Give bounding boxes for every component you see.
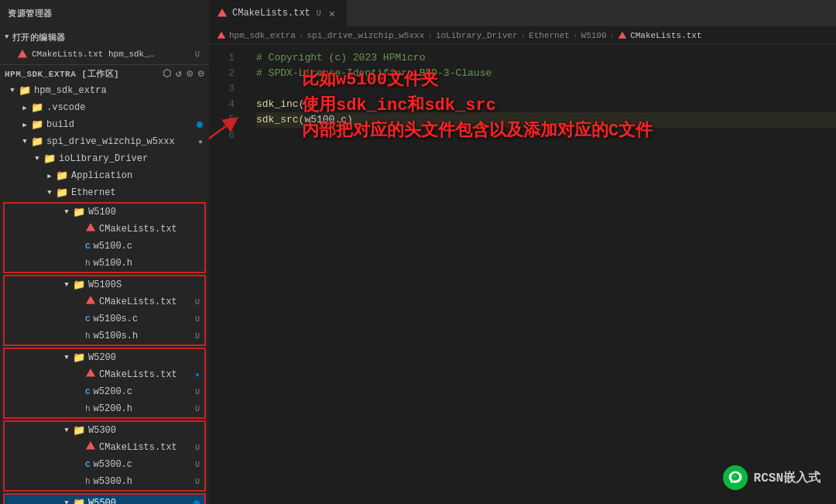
- tree-label: CMakeLists.txt: [99, 369, 177, 380]
- expand-arrow: [73, 242, 85, 250]
- tree-item-iolibrary[interactable]: ▼ 📁 ioLibrary_Driver: [0, 150, 209, 167]
- tab-bar: CMakeLists.txt U ✕: [209, 0, 836, 27]
- open-editors-header[interactable]: ▼ 打开的编辑器: [0, 29, 209, 46]
- tree-label: w5100s.h: [94, 331, 139, 341]
- breadcrumb-item: W5100: [581, 31, 607, 40]
- tree-label: spi_drive_wizchip_w5xxx: [46, 136, 175, 147]
- code-token: (w5100.c): [299, 112, 353, 128]
- tree-label: w5300.h: [94, 476, 132, 487]
- tree-item-w5300[interactable]: ▼ 📁 W5300: [5, 422, 204, 439]
- svg-marker-4: [86, 441, 95, 450]
- expand-arrow: ▼: [6, 87, 19, 94]
- wechat-icon: [723, 465, 748, 490]
- expand-arrow: ▶: [43, 172, 56, 180]
- svg-marker-2: [86, 296, 95, 304]
- status-dot: ●: [198, 138, 203, 146]
- tree-item-w5200-c[interactable]: C w5200.c U: [5, 383, 204, 400]
- tree-item-w5500[interactable]: ▼ 📁 W5500: [5, 495, 204, 504]
- tree-item-w5100-h[interactable]: h w5100.h: [5, 255, 204, 272]
- c-file-icon: C: [85, 387, 91, 396]
- tree-item-w5200-h[interactable]: h w5200.h U: [5, 400, 204, 417]
- tree-label: w5200.c: [94, 386, 132, 397]
- editor-tab-cmake[interactable]: CMakeLists.txt U ✕: [209, 0, 347, 26]
- tree-label: CMakeLists.txt: [99, 442, 177, 453]
- folder-icon: 📁: [43, 153, 56, 165]
- code-line-3: [256, 81, 836, 97]
- expand-arrow: ▶: [19, 104, 31, 112]
- folder-icon: 📁: [31, 118, 43, 131]
- folder-icon: 📁: [31, 101, 43, 114]
- breadcrumb-item: Ethernet: [529, 31, 570, 40]
- expand-arrow: ▼: [60, 499, 73, 504]
- tree-label: w5100.c: [94, 241, 132, 252]
- code-line-4: sdk_inc(.): [256, 97, 836, 112]
- badge: U: [195, 315, 200, 324]
- svg-marker-3: [86, 369, 95, 377]
- svg-marker-1: [86, 223, 95, 231]
- tree-item-vscode[interactable]: ▶ 📁 .vscode: [0, 99, 209, 116]
- svg-marker-0: [18, 50, 27, 58]
- cmake-icon: [85, 368, 96, 382]
- open-editors-arrow: ▼: [5, 33, 9, 41]
- tree-item-w5100s-h[interactable]: h w5100s.h U: [5, 327, 204, 345]
- tab-close-button[interactable]: ✕: [326, 7, 338, 19]
- svg-marker-8: [618, 31, 627, 38]
- tree-item-w5100s-cmake[interactable]: CMakeLists.txt U: [5, 293, 204, 310]
- tree-item-hpm-sdk-extra[interactable]: ▼ 📁 hpm_sdk_extra: [0, 82, 209, 99]
- expand-arrow: [73, 461, 85, 468]
- workspace-header[interactable]: HPM_SDK_EXTRA [工作区] ⬡ ↺ ⊙ ⊖: [0, 65, 209, 82]
- tree-label: W5100: [88, 207, 116, 218]
- tree-item-ethernet[interactable]: ▼ 📁 Ethernet: [0, 184, 209, 201]
- breadcrumb-sep: ›: [427, 31, 433, 40]
- open-editors-label: 打开的编辑器: [12, 32, 66, 43]
- tree-item-w5300-h[interactable]: h w5300.h U: [5, 473, 204, 490]
- tree-item-w5200[interactable]: ▼ 📁 W5200: [5, 349, 204, 366]
- code-content: # Copyright (c) 2023 HPMicro # SPDX-Lice…: [244, 44, 836, 504]
- breadcrumb-final-icon: [618, 31, 627, 40]
- tree-item-w5100[interactable]: ▼ 📁 W5100: [5, 204, 204, 221]
- expand-arrow: [73, 388, 85, 396]
- open-editor-item[interactable]: CMakeLists.txt hpm_sdk_extra > spi_drive…: [0, 46, 209, 63]
- open-editors-section: ▼ 打开的编辑器 CMakeLists.txt hpm_sdk_extra > …: [0, 27, 209, 65]
- tab-filename: CMakeLists.txt: [232, 8, 310, 19]
- tree-item-spi-drive[interactable]: ▼ 📁 spi_drive_wizchip_w5xxx ●: [0, 133, 209, 150]
- breadcrumb: hpm_sdk_extra › spi_drive_wizchip_w5xxx …: [209, 27, 836, 44]
- badge: U: [195, 332, 200, 341]
- breadcrumb-item: ioLibrary_Driver: [436, 31, 518, 40]
- new-folder-icon: ↺: [176, 67, 182, 80]
- breadcrumb-sep: ›: [521, 31, 526, 40]
- breadcrumb-cmake-icon: [217, 31, 226, 40]
- badge: U: [195, 405, 200, 413]
- workspace-header-icons: ⬡ ↺ ⊙ ⊖: [163, 67, 204, 80]
- main-layout: 资源管理器 ▼ 打开的编辑器 CMakeLists.txt hpm_sdk_ex…: [0, 0, 836, 504]
- tree-item-w5300-cmake[interactable]: CMakeLists.txt U: [5, 439, 204, 456]
- code-token: (.): [299, 97, 317, 112]
- expand-arrow: [73, 298, 85, 306]
- folder-icon: 📁: [73, 279, 85, 291]
- open-editor-filename: CMakeLists.txt hpm_sdk_extra > spi_drive…: [32, 50, 156, 59]
- tree-label: Application: [71, 170, 132, 181]
- tree-item-w5100s-c[interactable]: C w5100s.c U: [5, 310, 204, 327]
- code-editor[interactable]: 1 2 3 4 5 6 # Copyright (c) 2023 HPMicro…: [209, 44, 836, 504]
- tree-item-w5100s[interactable]: ▼ 📁 W5100S: [5, 276, 204, 293]
- expand-arrow: [73, 259, 85, 267]
- tree-label: W5500: [88, 498, 116, 504]
- c-file-icon: C: [85, 314, 91, 324]
- watermark-text: RCSN嵌入式: [754, 470, 821, 486]
- folder-icon: 📁: [19, 84, 31, 97]
- tree-item-w5300-c[interactable]: C w5300.c U: [5, 456, 204, 473]
- tree-label: Ethernet: [71, 187, 116, 198]
- w5500-group: ▼ 📁 W5500 CMakeLists.txt U: [3, 493, 206, 504]
- editor-area: CMakeLists.txt U ✕ hpm_sdk_extra › spi_d…: [209, 0, 836, 504]
- tree-item-build[interactable]: ▶ 📁 build: [0, 116, 209, 133]
- expand-arrow: [73, 444, 85, 451]
- tree-item-w5200-cmake[interactable]: CMakeLists.txt ●: [5, 366, 204, 383]
- sidebar: 资源管理器 ▼ 打开的编辑器 CMakeLists.txt hpm_sdk_ex…: [0, 0, 209, 504]
- tree-label: W5300: [88, 425, 116, 436]
- expand-arrow: [73, 478, 85, 485]
- tree-item-w5100-cmake[interactable]: CMakeLists.txt: [5, 221, 204, 238]
- explorer-section[interactable]: HPM_SDK_EXTRA [工作区] ⬡ ↺ ⊙ ⊖ ▼ 📁 hpm_sdk_…: [0, 65, 209, 504]
- tree-item-application[interactable]: ▶ 📁 Application: [0, 167, 209, 184]
- tree-item-w5100-c[interactable]: C w5100.c: [5, 238, 204, 255]
- breadcrumb-final: CMakeLists.txt: [630, 31, 701, 40]
